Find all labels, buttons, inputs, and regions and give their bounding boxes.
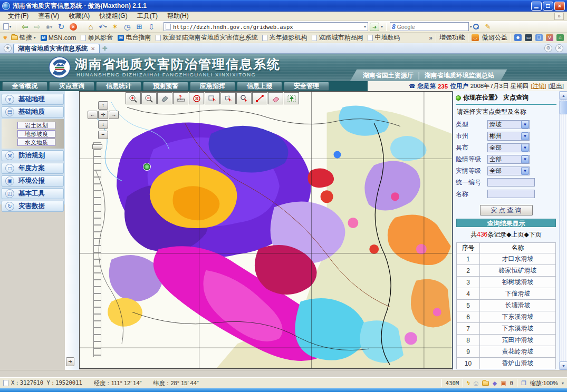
nav-tab-disaster-query[interactable]: 灾点查询 [49,82,94,91]
plugin-icon[interactable]: ⌂ [556,34,564,41]
search-icon[interactable] [470,22,481,32]
pan-up-button[interactable]: ↑ [98,101,108,110]
messenger-icon[interactable]: ☻ [514,34,522,41]
measure-distance-button[interactable]: ? [173,92,188,104]
go-dropdown-icon[interactable]: ▾ [381,24,383,29]
sidebar-item-prevention-planning[interactable]: ⚒ 防治规划 [2,150,64,161]
risk-level-select[interactable]: 全部▼ [487,155,530,164]
tab-tools-icon[interactable]: ⚙ [544,44,552,52]
collapse-panel-button[interactable]: ➜ [66,357,74,366]
forward-icon[interactable]: ⇨ [32,22,42,32]
sidebar-subitem-hydrogeology[interactable]: 水文地质 [17,139,55,146]
menu-help[interactable]: 帮助(H) [162,11,194,21]
draw-line-button[interactable] [252,92,267,104]
table-row[interactable]: 4下僮滑坡 [457,288,556,300]
nav-tab-security-management[interactable]: 安全管理 [284,82,329,91]
type-select[interactable]: 滑坡▼ [487,120,530,129]
menu-groups[interactable]: 快捷组(G) [94,11,132,21]
map-marker[interactable] [143,163,150,170]
tab-close-all-icon[interactable]: ✕ [555,44,563,52]
sidebar-item-disaster-data[interactable]: ↻ 灾害数据 [2,201,64,212]
link-welcome-hunan-geo[interactable]: 欢迎登陆湖南省地质灾害信息系统 [155,33,258,42]
favorites-heart-icon[interactable]: ♥ [3,34,7,42]
sidebar-item-base-geography[interactable]: » 基础地理 [2,94,64,105]
table-row[interactable]: 10香炉山滑坡 [457,358,556,369]
table-row[interactable]: 3衫树垅滑坡 [457,277,556,288]
boost-icon[interactable]: ϟ [467,380,470,386]
table-row[interactable]: 8荒田冲滑坡 [457,335,556,346]
menu-favorites[interactable]: 收藏(A) [64,11,94,21]
address-dropdown-icon[interactable]: ▾ [364,24,366,29]
link-zhongdi[interactable]: 中地数码 [367,33,401,42]
address-bar[interactable]: ▾ [164,22,368,31]
tab-close-icon[interactable]: ✕ [91,46,95,52]
search-input[interactable] [397,24,468,30]
highlighter-icon[interactable]: ✎ [483,22,493,32]
select-polygon-button[interactable] [220,92,236,104]
logout-link[interactable]: [注销] [531,82,546,90]
table-row[interactable]: 1才口水滑坡 [457,253,556,265]
close-button[interactable]: × [554,2,565,11]
nav-tab-forecast-warning[interactable]: 预测预警 [143,82,188,91]
table-row[interactable]: 5长塘滑坡 [457,300,556,311]
scale-button[interactable]: S [189,92,204,104]
table-row[interactable]: 9黄花岭滑坡 [457,346,556,358]
home-icon[interactable]: ⌂ [85,22,96,32]
zoom-level[interactable]: 缩放:100% [530,379,558,387]
pan-button[interactable] [157,92,172,104]
popup-blocker-icon[interactable]: ▣ [501,380,506,387]
back-icon[interactable]: ⇦ [20,22,30,32]
nav-tab-info-statistics[interactable]: 信息统计 [96,82,141,91]
city-select[interactable]: 郴州▼ [487,132,530,141]
stop-icon[interactable]: × [68,22,79,32]
link-photo-studio[interactable]: 光年摄影机构 [261,33,308,42]
link-radio-guide[interactable]: M电台指南 [117,33,152,42]
name-input[interactable] [487,190,535,198]
vertical-scrollbar[interactable]: ▲ ▼ [559,91,567,370]
nav-tab-info-report[interactable]: 信息上报 [237,82,282,91]
history-clock-icon[interactable]: ◷ [122,22,132,32]
sidebar-subitem-terrain-slope[interactable]: 地形坡度 [17,130,55,138]
damage-level-select[interactable]: 全部▼ [487,166,530,175]
next-page-link[interactable]: ◆下页 [524,231,542,238]
split-window-icon[interactable]: ⊞ [134,22,145,32]
folder-icon[interactable] [482,381,489,386]
sidebar-item-environment-bulletin[interactable]: ▣ 环境公报 [2,175,64,187]
zoom-step-out-button[interactable]: − [98,131,108,139]
sidebar-item-annual-plan[interactable]: □ 年度方案 [2,163,64,174]
magic-wand-icon[interactable]: ✶ [110,22,120,32]
nav-tab-province-overview[interactable]: 全省概况 [2,82,47,91]
skin-icon[interactable]: V [546,34,553,41]
sidebar-item-base-geology[interactable]: ▤ 基础地质 [2,106,64,117]
geological-map-image[interactable] [80,92,452,368]
county-select[interactable]: 全部▼ [487,143,530,152]
new-tab-icon[interactable]: ✚ [102,45,107,52]
maxthon-charity-link[interactable]: 傲游公益 [482,33,507,42]
go-button[interactable]: ➜ [370,23,379,31]
window-zoom-icon[interactable]: ❐ [521,380,526,387]
eraser-button[interactable] [268,92,283,104]
sidebar-subitem-rock-soil-zoning[interactable]: 岩土区划 [17,122,55,129]
zoom-in-button[interactable] [126,92,141,104]
scrollbar-thumb[interactable] [560,101,567,114]
link-city-boutique[interactable]: 览路城市精品网 [311,33,364,42]
pan-left-button[interactable]: ← [88,111,98,119]
zoom-dropdown-icon[interactable]: ▾ [562,381,564,386]
search-box[interactable]: 8 ▾ [390,22,469,31]
exit-link[interactable]: [退出] [549,82,564,90]
center-button[interactable]: ✛ [98,111,108,119]
table-row[interactable]: 6下东溪滑坡 [457,311,556,323]
printer-icon[interactable]: ⎙ [474,380,478,387]
history-dropdown-icon[interactable]: ◉▾ [44,22,54,32]
minimize-button[interactable] [531,2,542,11]
pan-right-button[interactable]: → [109,111,119,119]
links-overflow-chevron-icon[interactable]: » [429,34,433,42]
select-circle-button[interactable] [236,92,252,104]
scroll-up-icon[interactable]: ▲ [560,91,567,100]
tab-active[interactable]: 湖南省地质灾害信息系统 ✕ [13,44,100,53]
link-baofeng[interactable]: 暴风影音 [80,33,114,42]
pan-down-button[interactable]: ↓ [98,120,108,129]
menu-tools[interactable]: 工具(T) [132,11,162,21]
zoom-out-button[interactable] [141,92,157,104]
menu-collapse-chevron-icon[interactable]: » [554,13,564,20]
